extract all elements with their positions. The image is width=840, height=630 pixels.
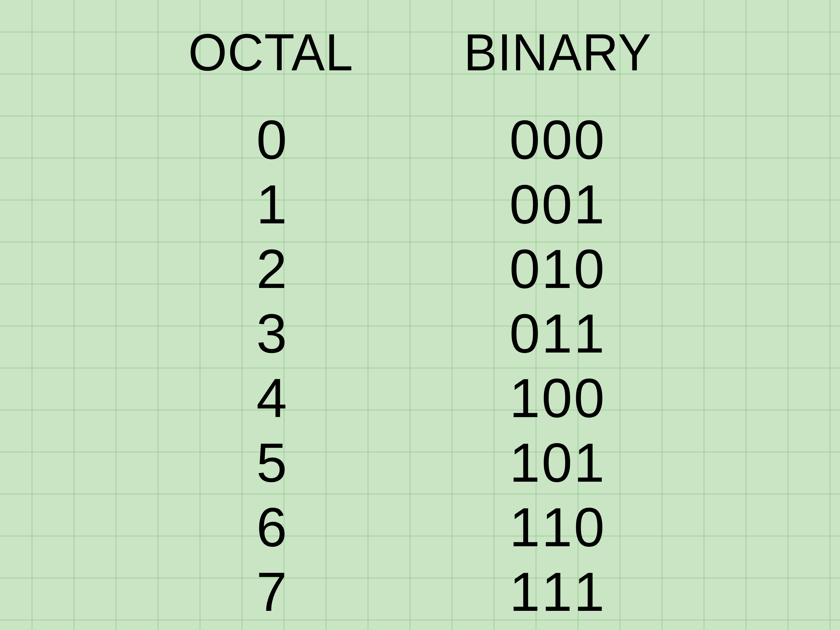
octal-value-6: 6 bbox=[256, 500, 286, 555]
binary-column: BINARY 000 001 010 011 100 101 110 111 bbox=[464, 24, 652, 619]
binary-value-4: 100 bbox=[509, 371, 606, 426]
octal-value-1: 1 bbox=[256, 177, 286, 232]
binary-values: 000 001 010 011 100 101 110 111 bbox=[509, 112, 606, 619]
binary-value-5: 101 bbox=[509, 435, 606, 490]
octal-column: OCTAL 0 1 2 3 4 5 6 7 bbox=[188, 24, 353, 619]
conversion-table: OCTAL 0 1 2 3 4 5 6 7 BINARY 000 001 010… bbox=[0, 0, 840, 619]
binary-value-2: 010 bbox=[509, 242, 606, 297]
binary-value-6: 110 bbox=[509, 500, 606, 555]
octal-value-5: 5 bbox=[256, 435, 286, 490]
octal-value-2: 2 bbox=[256, 242, 286, 297]
octal-value-4: 4 bbox=[256, 371, 286, 426]
octal-value-7: 7 bbox=[256, 564, 286, 619]
octal-header: OCTAL bbox=[188, 22, 353, 82]
binary-value-7: 111 bbox=[509, 564, 606, 619]
octal-values: 0 1 2 3 4 5 6 7 bbox=[256, 112, 286, 619]
binary-value-1: 001 bbox=[509, 177, 606, 232]
binary-value-0: 000 bbox=[509, 112, 606, 167]
octal-value-0: 0 bbox=[256, 112, 286, 167]
octal-value-3: 3 bbox=[256, 306, 286, 361]
binary-header: BINARY bbox=[464, 22, 652, 82]
binary-value-3: 011 bbox=[509, 306, 606, 361]
